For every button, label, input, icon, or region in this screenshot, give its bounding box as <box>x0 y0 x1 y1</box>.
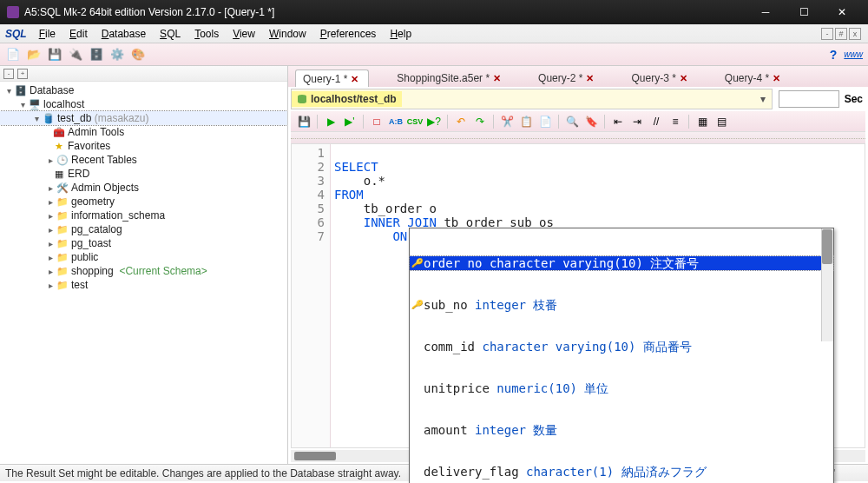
tab-query-2[interactable]: Query-2 *✕ <box>531 69 603 87</box>
redo-icon[interactable]: ↷ <box>472 114 488 129</box>
title-bar: A5:SQL Mk-2 64bit edition Version 2.17.0… <box>0 0 868 24</box>
grid-icon[interactable]: ▤ <box>713 114 729 129</box>
tab-close-icon[interactable]: ✕ <box>493 73 503 83</box>
tab-close-icon[interactable]: ✕ <box>586 73 596 83</box>
new-icon[interactable]: 📄 <box>5 47 21 63</box>
window-title: A5:SQL Mk-2 64bit edition Version 2.17.0… <box>24 6 746 18</box>
tree-test[interactable]: ▸📁test <box>0 278 287 292</box>
ac-scrollbar[interactable] <box>821 228 833 341</box>
mdi-minimize-button[interactable]: - <box>821 28 833 40</box>
run-all-icon[interactable]: ▶? <box>426 114 442 129</box>
ruler <box>291 132 865 144</box>
format-icon[interactable]: ≡ <box>667 114 683 129</box>
menu-preferences[interactable]: Preferences <box>313 26 384 42</box>
tree-erd[interactable]: ▦ERD <box>0 167 287 181</box>
collapse-icon[interactable]: - <box>3 69 14 79</box>
stop-icon[interactable]: □ <box>369 114 385 129</box>
line-gutter: 1234567 <box>292 144 331 447</box>
section-input[interactable] <box>779 90 839 108</box>
bookmark-icon[interactable]: 🔖 <box>583 114 599 129</box>
db-chip-label: localhost/test_db <box>311 93 397 105</box>
tree-public[interactable]: ▸📁public <box>0 250 287 264</box>
close-button[interactable]: ✕ <box>823 0 861 24</box>
database-tree[interactable]: ▾🗄️Database ▾🖥️localhost ▾🛢️ test_db (ma… <box>0 82 287 464</box>
app-logo: SQL <box>5 28 27 40</box>
help-icon[interactable]: ? <box>830 48 838 62</box>
minimize-button[interactable]: ─ <box>746 0 785 24</box>
tree-shopping[interactable]: ▸📁shopping <Current Schema> <box>0 264 287 278</box>
ac-item-comm-id[interactable]: comm_id character varying(10) 商品番号 <box>410 340 833 354</box>
menu-database[interactable]: Database <box>95 26 153 42</box>
save-icon[interactable]: 💾 <box>296 114 312 129</box>
key-icon: 🔑 <box>411 298 424 312</box>
tab-close-icon[interactable]: ✕ <box>351 74 361 84</box>
maximize-button[interactable]: ☐ <box>785 0 823 24</box>
main-toolbar: 📄 📂 💾 🔌 🗄️ ⚙️ 🎨 ? www <box>0 43 868 66</box>
ac-item-sub-no[interactable]: 🔑sub_no integer 枝番 <box>410 298 833 312</box>
open-folder-icon[interactable]: 📂 <box>26 47 42 63</box>
menu-tools[interactable]: Tools <box>187 26 226 42</box>
tab-shoppingsite[interactable]: ShoppingSite.a5er *✕ <box>390 69 510 87</box>
tab-close-icon[interactable]: ✕ <box>773 73 783 83</box>
mdi-close-button[interactable]: x <box>849 28 861 40</box>
tree-pg-catalog[interactable]: ▸📁pg_catalog <box>0 222 287 236</box>
database-selector[interactable]: localhost/test_db ▾ <box>291 89 773 109</box>
menu-window[interactable]: Window <box>262 26 313 42</box>
database-icon <box>297 94 307 104</box>
tree-information-schema[interactable]: ▸📁information_schema <box>0 208 287 222</box>
code-text[interactable]: SELECT o.* FROM tb_order o INNER JOIN tb… <box>331 144 865 447</box>
expand-icon[interactable]: + <box>17 69 28 79</box>
ac-item-unitprice[interactable]: unitprice numeric(10) 単位 <box>410 381 833 395</box>
comment-icon[interactable]: // <box>648 114 664 129</box>
tree-root[interactable]: ▾🗄️Database <box>0 83 287 97</box>
ac-item-order-no[interactable]: 🔑order_no character varying(10) 注文番号 <box>410 256 833 270</box>
table-icon[interactable]: ▦ <box>694 114 710 129</box>
ac-item-delivery-flag[interactable]: delivery_flag character(1) 納品済みフラグ <box>410 465 833 479</box>
key-icon: 🔑 <box>411 256 424 270</box>
menu-edit[interactable]: Edit <box>62 26 95 42</box>
search-icon[interactable]: 🔍 <box>564 114 580 129</box>
sidebar-toolbar: - + <box>0 66 287 82</box>
paste-icon[interactable]: 📄 <box>537 114 553 129</box>
tree-admin-tools[interactable]: 🧰Admin Tools <box>0 125 287 139</box>
menu-sql[interactable]: SQL <box>153 26 187 42</box>
cut-icon[interactable]: ✂️ <box>499 114 515 129</box>
main-split: - + ▾🗄️Database ▾🖥️localhost ▾🛢️ test_db… <box>0 66 868 464</box>
tree-geometry[interactable]: ▸📁geometry <box>0 195 287 208</box>
color-palette-icon[interactable]: 🎨 <box>130 47 146 63</box>
run-step-icon[interactable]: ▶' <box>342 114 358 129</box>
app-icon <box>7 6 19 18</box>
mdi-restore-button[interactable]: # <box>835 28 847 40</box>
tab-query-4[interactable]: Query-4 *✕ <box>718 69 790 87</box>
tree-pg-toast[interactable]: ▸📁pg_toast <box>0 236 287 250</box>
settings-gear-icon[interactable]: ⚙️ <box>109 47 125 63</box>
tab-query-1[interactable]: Query-1 *✕ <box>295 69 369 87</box>
undo-icon[interactable]: ↶ <box>453 114 469 129</box>
sql-editor[interactable]: 1234567 SELECT o.* FROM tb_order o INNER… <box>291 144 865 448</box>
tab-query-3[interactable]: Query-3 *✕ <box>624 69 696 87</box>
tree-favorites[interactable]: ★Favorites <box>0 139 287 153</box>
ab-icon[interactable]: A:B <box>388 114 404 129</box>
menu-file[interactable]: File <box>32 26 62 42</box>
copy-icon[interactable]: 📋 <box>518 114 534 129</box>
tree-recent-tables[interactable]: ▸🕒Recent Tables <box>0 153 287 167</box>
tree-host[interactable]: ▾🖥️localhost <box>0 97 287 111</box>
menu-view[interactable]: View <box>226 26 262 42</box>
web-link-icon[interactable]: www <box>844 50 863 59</box>
section-label: Sec <box>845 93 863 105</box>
ac-item-amount[interactable]: amount integer 数量 <box>410 423 833 437</box>
autocomplete-popup[interactable]: 🔑order_no character varying(10) 注文番号 🔑su… <box>409 228 834 483</box>
indent-left-icon[interactable]: ⇤ <box>610 114 626 129</box>
chevron-down-icon[interactable]: ▾ <box>758 93 768 105</box>
tab-close-icon[interactable]: ✕ <box>680 73 690 83</box>
tab-bar: Query-1 *✕ ShoppingSite.a5er *✕ Query-2 … <box>288 66 868 87</box>
indent-right-icon[interactable]: ⇥ <box>629 114 645 129</box>
run-icon[interactable]: ▶ <box>323 114 339 129</box>
db-list-icon[interactable]: 🗄️ <box>89 47 104 63</box>
menu-help[interactable]: Help <box>383 26 418 42</box>
db-connect-icon[interactable]: 🔌 <box>68 47 83 63</box>
csv-icon[interactable]: CSV <box>407 114 423 129</box>
tree-db[interactable]: ▾🛢️ test_db (masakazu) <box>0 111 287 125</box>
save-icon[interactable]: 💾 <box>47 47 62 63</box>
tree-admin-objects[interactable]: ▸🛠️Admin Objects <box>0 181 287 195</box>
